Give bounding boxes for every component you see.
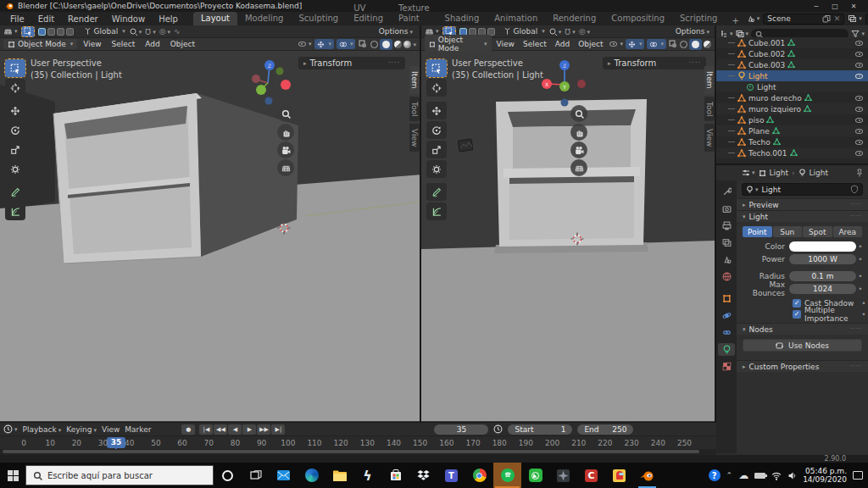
tab-sculpting[interactable]: Sculpting [291,12,346,25]
visibility-eye-icon[interactable] [855,63,863,68]
outliner-row[interactable]: Techo [716,136,868,147]
max-bounces-field[interactable]: 1024 [789,284,856,294]
tab-item[interactable]: Item [704,66,715,94]
autokey-clock-icon[interactable] [493,424,503,434]
next-keyframe-button[interactable]: ▶▶ [257,424,270,435]
view-layer-icon[interactable] [848,14,862,23]
zoom-gizmo-icon[interactable] [570,105,587,122]
timeline-ruler[interactable]: 35 0102030405060708090100110120130140150… [0,435,716,449]
outliner-row-child[interactable]: Light [716,81,868,92]
lightning-app-icon[interactable]: ϟ [353,463,381,488]
timeline-view-menu[interactable]: View [102,425,120,434]
outliner-row-selected[interactable]: Light [716,70,868,81]
tool-properties-tab[interactable] [718,186,735,198]
material-shading-icon[interactable] [394,41,402,48]
multiple-importance-checkbox[interactable]: ✓ [793,310,801,319]
end-frame-field[interactable]: End250 [577,424,633,435]
object-data-properties-tab[interactable] [718,343,735,356]
object-menu[interactable]: Object [166,40,199,48]
marker-menu[interactable]: Marker [125,425,151,434]
object-properties-tab[interactable] [718,292,735,305]
pan-gizmo-icon[interactable] [570,124,587,141]
options-dropdown[interactable]: Options [676,27,711,36]
start-button[interactable] [0,463,25,488]
visibility-eye-icon[interactable] [855,96,863,101]
viewport-canvas-right[interactable]: Z X Y User Perspective (35) Collection |… [421,51,715,421]
speaker-icon[interactable] [787,471,797,480]
gizmos-toggle[interactable] [314,39,334,49]
proportional-edit-icon[interactable]: ◎ [579,27,590,36]
close-button[interactable]: ✕ [844,3,863,10]
output-properties-tab[interactable] [718,219,735,232]
scale-tool[interactable] [5,141,25,158]
tab-uv-editing[interactable]: UV Editing [346,2,391,25]
outliner-row[interactable]: Techo.001 [716,147,868,158]
zoom-gizmo-icon[interactable] [277,105,294,122]
orientation-dropdown[interactable]: Global [84,27,125,36]
scene-field[interactable]: Scene ✕ [763,14,844,25]
spotify-icon[interactable] [493,463,521,488]
red-app-icon[interactable]: C [577,463,605,488]
camera-view-gizmo-icon[interactable] [570,141,587,158]
view-layer-properties-tab[interactable] [718,236,735,249]
visibility-eye-icon[interactable] [855,41,863,46]
start-frame-field[interactable]: Start1 [508,424,572,435]
dropbox-icon[interactable] [409,463,437,488]
solid-shading-icon[interactable] [689,39,702,50]
light-type-area[interactable]: Area [833,226,863,237]
material-shading-icon[interactable] [704,41,711,48]
rotate-tool[interactable] [5,121,25,139]
add-menu[interactable]: Add [552,40,573,48]
solid-shading-icon[interactable] [380,39,392,50]
color-swatch[interactable] [789,241,856,252]
animate-dot[interactable]: • [856,242,865,251]
scale-tool[interactable] [426,141,447,158]
tab-texture-paint[interactable]: Texture Paint [391,2,437,25]
preview-panel-header[interactable]: ▸Preview···· [737,198,868,210]
taskbar-search-input[interactable]: Escribe aquí para buscar [25,465,214,485]
chrome-icon[interactable] [465,463,493,488]
add-workspace-button[interactable]: + [725,16,745,25]
viewport-canvas-left[interactable]: Z User Perspective (35) Collection | Lig… [0,51,420,421]
shading-mode-buttons[interactable] [370,39,411,50]
cortana-icon[interactable] [214,463,242,488]
keying-menu[interactable]: Keying [66,425,97,434]
tab-tool[interactable]: Tool [409,97,420,121]
transform-tool[interactable] [5,160,25,178]
menu-window[interactable]: Window [105,14,152,24]
game-compass-icon[interactable] [549,463,577,488]
whatsapp-icon[interactable] [521,463,549,488]
scene-icon[interactable] [746,14,760,23]
tab-modeling[interactable]: Modeling [237,12,292,25]
rotate-tool[interactable] [426,121,447,139]
tab-view[interactable]: View [704,124,715,152]
maximize-button[interactable]: □ [826,3,844,10]
tab-tool[interactable]: Tool [704,97,715,121]
move-tool[interactable] [5,102,25,119]
jump-start-button[interactable]: |◀ [199,424,213,435]
task-view-icon[interactable] [242,463,270,488]
measure-tool[interactable] [426,202,447,220]
ortho-toggle-gizmo-icon[interactable] [277,159,294,176]
move-tool[interactable] [426,102,447,119]
active-tool-icon[interactable] [21,26,35,37]
visibility-eye-icon[interactable] [855,118,863,123]
among-us-icon[interactable] [605,463,633,488]
jump-end-button[interactable]: ▶| [271,424,285,435]
visibility-eye-icon[interactable] [855,107,863,112]
tab-scripting[interactable]: Scripting [672,12,725,25]
tab-compositing[interactable]: Compositing [604,12,672,25]
cast-shadow-checkbox[interactable]: ✓ [793,299,801,308]
view-menu[interactable]: View [493,40,518,48]
visibility-eye-icon[interactable] [855,129,863,134]
wireframe-shading-icon[interactable] [680,41,687,48]
menu-edit[interactable]: Edit [31,14,61,24]
rendered-shading-icon[interactable] [403,41,411,48]
visibility-eye-icon[interactable] [855,151,863,156]
annotate-tool[interactable] [426,183,447,201]
mail-icon[interactable] [270,463,298,488]
visibility-eye-icon[interactable] [855,140,863,145]
tab-shading[interactable]: Shading [437,12,487,25]
timeline-editor-type-icon[interactable] [3,424,18,434]
select-box-tool[interactable] [5,59,25,77]
